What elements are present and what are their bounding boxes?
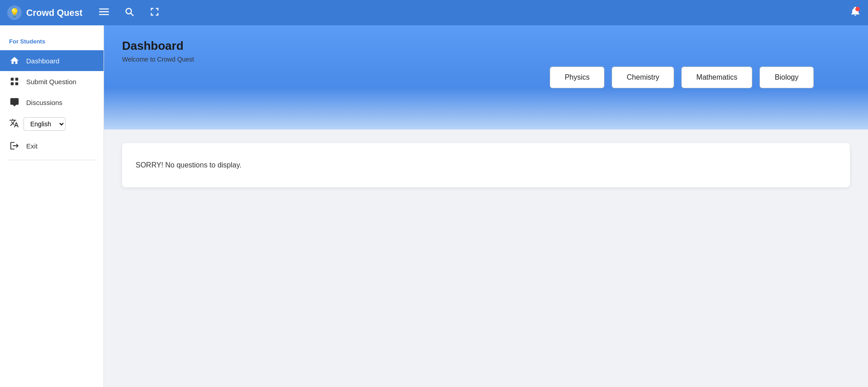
- subject-chemistry-button[interactable]: Chemistry: [612, 67, 674, 88]
- svg-rect-2: [99, 14, 109, 15]
- svg-rect-1: [99, 11, 109, 12]
- svg-rect-0: [99, 8, 109, 9]
- menu-icon: [99, 7, 109, 19]
- menu-button[interactable]: [96, 5, 112, 21]
- subject-mathematics-button[interactable]: Mathematics: [681, 67, 752, 88]
- app-title: Crowd Quest: [26, 8, 82, 18]
- sidebar: For Students Dashboard Submit Question D…: [0, 25, 104, 387]
- sidebar-item-discussions[interactable]: Discussions: [0, 92, 104, 113]
- sidebar-dashboard-label: Dashboard: [26, 57, 59, 65]
- subject-physics-button[interactable]: Physics: [550, 67, 604, 88]
- sidebar-item-exit[interactable]: Exit: [0, 135, 104, 156]
- main-content: Dashboard Welcome to Crowd Quest Physics…: [104, 25, 868, 387]
- notification-badge: [855, 7, 860, 11]
- sidebar-item-dashboard[interactable]: Dashboard: [0, 50, 104, 71]
- expand-button[interactable]: [146, 5, 163, 21]
- sidebar-divider: [7, 160, 96, 160]
- search-button[interactable]: [121, 5, 137, 21]
- svg-line-4: [131, 13, 134, 16]
- subject-biology-button[interactable]: Biology: [760, 67, 814, 88]
- app-logo: 💡 Crowd Quest: [7, 5, 82, 20]
- expand-icon: [150, 7, 160, 19]
- no-questions-card: SORRY! No questions to display.: [122, 143, 850, 187]
- svg-rect-7: [11, 82, 14, 85]
- logo-icon: 💡: [7, 5, 22, 20]
- svg-rect-5: [11, 78, 14, 81]
- svg-point-3: [126, 8, 132, 14]
- sidebar-section-label: For Students: [0, 34, 104, 50]
- sidebar-discussions-label: Discussions: [26, 99, 62, 106]
- home-icon: [9, 56, 20, 66]
- content-area: SORRY! No questions to display.: [104, 129, 868, 387]
- dashboard-title: Dashboard: [122, 39, 850, 53]
- dashboard-banner: Dashboard Welcome to Crowd Quest Physics…: [104, 25, 868, 129]
- search-icon: [124, 7, 134, 19]
- svg-rect-6: [15, 78, 18, 81]
- no-questions-message: SORRY! No questions to display.: [136, 161, 241, 169]
- grid-icon: [9, 76, 20, 86]
- chat-icon: [9, 97, 20, 107]
- sidebar-language-selector: English French Spanish German: [0, 113, 104, 135]
- subject-buttons: Physics Chemistry Mathematics Biology: [550, 67, 814, 88]
- svg-rect-8: [15, 82, 18, 85]
- notification-button[interactable]: [850, 6, 861, 19]
- translate-icon: [9, 118, 19, 130]
- topbar-actions: [96, 5, 163, 21]
- sidebar-submit-label: Submit Question: [26, 78, 76, 86]
- sidebar-exit-label: Exit: [26, 142, 38, 150]
- sidebar-item-submit-question[interactable]: Submit Question: [0, 71, 104, 92]
- topbar-right: [850, 6, 861, 19]
- dashboard-subtitle: Welcome to Crowd Quest: [122, 56, 850, 63]
- topbar: 💡 Crowd Quest: [0, 0, 868, 25]
- exit-icon: [9, 141, 20, 151]
- language-select[interactable]: English French Spanish German: [24, 117, 66, 131]
